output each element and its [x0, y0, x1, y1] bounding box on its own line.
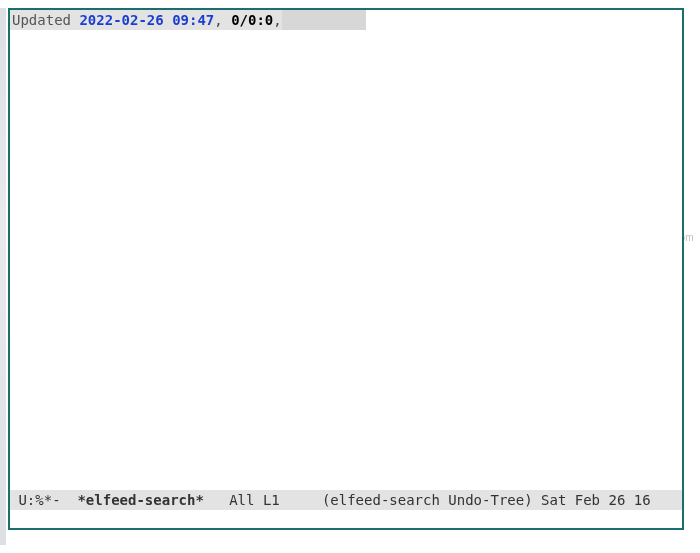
echo-area[interactable]: [10, 510, 682, 528]
header-counts: 0/0:0: [231, 10, 273, 30]
mode-line-buffer: *elfeed-search*: [77, 490, 203, 510]
header-trail: ,: [273, 10, 281, 30]
emacs-frame: Updated 2022-02-26 09:47 , 0/0:0 , U:%*-…: [8, 8, 684, 530]
mode-line[interactable]: U:%*- *elfeed-search* All L1 (elfeed-sea…: [10, 490, 682, 510]
header-label: Updated: [10, 10, 79, 30]
header-separator: ,: [214, 10, 231, 30]
mode-line-prefix: U:%*-: [10, 490, 77, 510]
mode-line-modes: (elfeed-search Undo-Tree): [322, 490, 541, 510]
left-edge-strip: [0, 8, 6, 545]
buffer-body[interactable]: [10, 30, 682, 490]
mode-line-datetime: Sat Feb 26 16: [541, 490, 651, 510]
header-cursor-highlight: [282, 10, 366, 30]
mode-line-position: All L1: [204, 490, 322, 510]
elfeed-header-line: Updated 2022-02-26 09:47 , 0/0:0 ,: [10, 10, 682, 30]
header-date: 2022-02-26 09:47: [79, 10, 214, 30]
